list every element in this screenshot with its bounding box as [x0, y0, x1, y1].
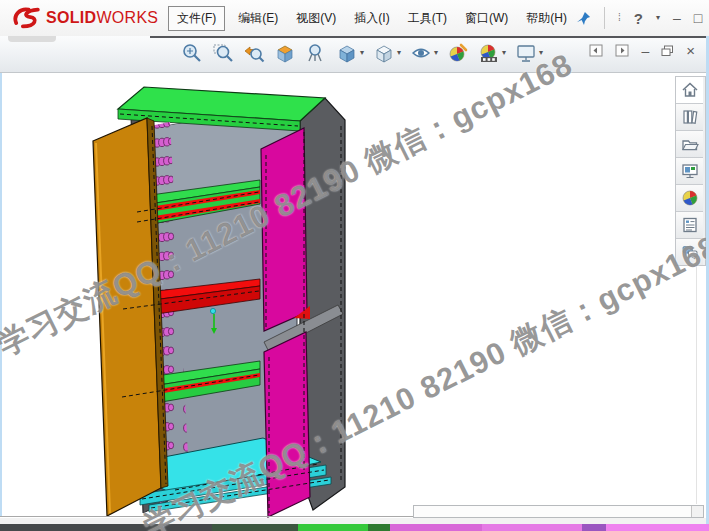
doc-close-button[interactable]: ×: [686, 43, 695, 58]
display-style-button[interactable]: ▾: [372, 41, 402, 65]
strip-segment: [482, 524, 582, 531]
pane-arrow-left-button[interactable]: [589, 44, 603, 57]
previous-view-icon: [243, 42, 265, 64]
scrollbar-corner: [691, 506, 703, 517]
menubar-separator: [604, 7, 605, 29]
annotation-views-icon: [305, 42, 327, 64]
hide-show-items-icon: [410, 42, 432, 64]
pane-arrow-right-button[interactable]: [615, 44, 629, 57]
apply-scene-button[interactable]: ▾: [477, 41, 507, 65]
window-maximize-button[interactable]: □: [694, 11, 702, 25]
menu-insert[interactable]: 插入(I): [345, 6, 398, 31]
edit-appearance-button[interactable]: [446, 41, 470, 65]
taskpane-custom-properties-button[interactable]: [676, 212, 703, 239]
menu-help[interactable]: 帮助(H): [517, 6, 576, 31]
strip-segment: [582, 524, 606, 531]
title-menu-bar: SOLIDWORKS 文件(F) 编辑(E) 视图(V) 插入(I) 工具(T)…: [0, 0, 709, 36]
home-icon: [681, 81, 699, 99]
apply-scene-caret-icon[interactable]: ▾: [502, 49, 506, 57]
menu-window[interactable]: 窗口(W): [456, 6, 517, 31]
menu-items: 文件(F) 编辑(E) 视图(V) 插入(I) 工具(T) 窗口(W) 帮助(H…: [168, 6, 576, 31]
taskpane-file-explorer-button[interactable]: [676, 131, 703, 158]
apply-scene-icon: [478, 42, 500, 64]
scrollbar-track[interactable]: [414, 506, 691, 517]
hide-show-items-button[interactable]: ▾: [409, 41, 439, 65]
zoom-to-fit-icon: [181, 42, 203, 64]
view-settings-caret-icon[interactable]: ▾: [539, 49, 543, 57]
graphics-viewport[interactable]: [0, 72, 709, 517]
display-style-icon: [373, 42, 395, 64]
design-library-icon: [681, 108, 699, 126]
strip-segment: [212, 524, 298, 531]
brand-bold: SOLID: [46, 9, 96, 26]
view-settings-button[interactable]: ▾: [514, 41, 544, 65]
taskpane-collapsed-edge: [696, 266, 697, 504]
display-style-caret-icon[interactable]: ▾: [397, 49, 401, 57]
menu-edit[interactable]: 编辑(E): [229, 6, 287, 31]
section-view-button[interactable]: [273, 41, 297, 65]
solidworks-logo: SOLIDWORKS: [0, 5, 168, 31]
edit-appearance-icon: [447, 42, 469, 64]
strip-segment: [368, 524, 390, 531]
brand-light: WORKS: [96, 9, 158, 26]
view-palette-icon: [681, 162, 699, 180]
pushpin-icon[interactable]: [576, 11, 591, 26]
horizontal-scrollbar[interactable]: [413, 505, 704, 518]
appearances-icon: [681, 189, 699, 207]
viewport-bottom-border: [0, 516, 414, 517]
file-explorer-icon: [681, 135, 699, 153]
zoom-to-fit-button[interactable]: [180, 41, 204, 65]
view-orientation-icon: [336, 42, 358, 64]
brand-text: SOLIDWORKS: [46, 9, 158, 27]
taskpane-design-library-button[interactable]: [676, 104, 703, 131]
zoom-to-area-button[interactable]: [211, 41, 235, 65]
menu-view[interactable]: 视图(V): [287, 6, 345, 31]
help-button[interactable]: ?: [634, 11, 643, 26]
custom-properties-icon: [681, 216, 699, 234]
help-caret-icon[interactable]: ▾: [656, 14, 660, 22]
window-minimize-button[interactable]: –: [673, 11, 681, 25]
task-pane: [675, 76, 706, 266]
toolbar-overflow-icon[interactable]: ⁞: [618, 13, 621, 23]
toolbar-top-border: [150, 36, 709, 38]
strip-segment: [606, 524, 709, 531]
annotation-views-button[interactable]: [304, 41, 328, 65]
forum-icon: [681, 243, 699, 261]
view-orientation-caret-icon[interactable]: ▾: [360, 49, 364, 57]
hide-show-caret-icon[interactable]: ▾: [434, 49, 438, 57]
bottom-edge-strip: [0, 524, 709, 531]
strip-segment: [298, 524, 368, 531]
heads-up-view-toolbar: ▾ ▾ ▾: [0, 36, 709, 73]
taskpane-view-palette-button[interactable]: [676, 158, 703, 185]
strip-segment: [390, 524, 482, 531]
view-orientation-button[interactable]: ▾: [335, 41, 365, 65]
taskpane-appearances-button[interactable]: [676, 185, 703, 212]
view-settings-icon: [515, 42, 537, 64]
menu-file[interactable]: 文件(F): [168, 6, 225, 31]
menu-tools[interactable]: 工具(T): [399, 6, 456, 31]
previous-view-button[interactable]: [242, 41, 266, 65]
solidworks-logo-icon: [12, 5, 42, 31]
doc-restore-button[interactable]: [661, 45, 674, 57]
taskpane-home-button[interactable]: [676, 77, 703, 104]
tab-notch: [8, 36, 56, 42]
doc-minimize-button[interactable]: –: [641, 44, 649, 58]
taskpane-forum-button[interactable]: [676, 239, 703, 265]
zoom-to-area-icon: [212, 42, 234, 64]
strip-segment: [0, 524, 212, 531]
section-view-icon: [274, 42, 296, 64]
